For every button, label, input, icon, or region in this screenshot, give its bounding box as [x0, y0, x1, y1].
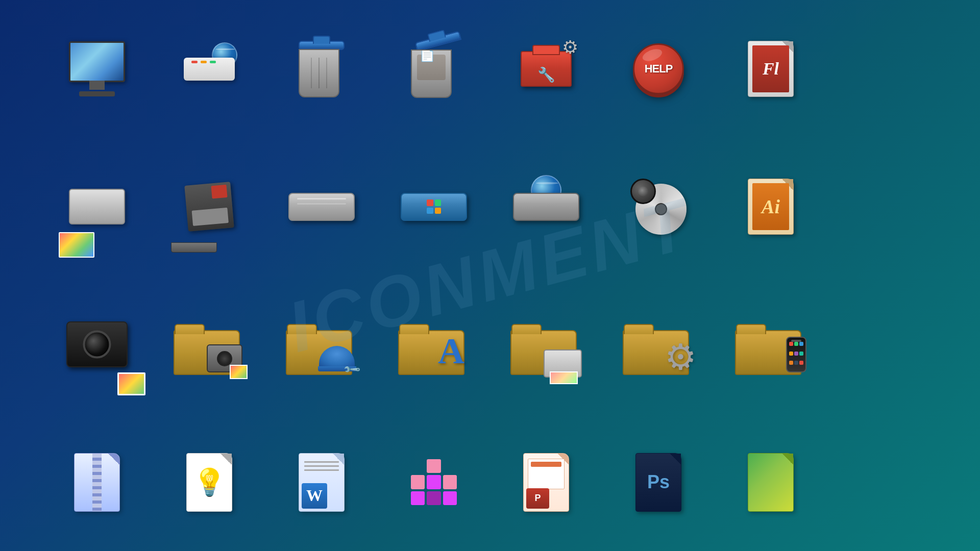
- hd-blue-icon[interactable]: [393, 166, 475, 247]
- router-icon[interactable]: [168, 28, 250, 110]
- blank-2: [842, 166, 924, 247]
- gear-icon: ⚙: [665, 339, 697, 375]
- folder-printer-icon[interactable]: [505, 304, 587, 385]
- ai-label: Ai: [752, 183, 789, 230]
- icon-row-3: 🔧 A ⚙: [0, 276, 980, 413]
- font-letter: A: [438, 330, 464, 372]
- bulb-icon: 💡: [193, 469, 226, 495]
- icon-row-2: Ai: [0, 138, 980, 276]
- printer-icon[interactable]: [56, 166, 138, 247]
- ps-label: Ps: [647, 471, 670, 493]
- cd-speaker-icon[interactable]: [618, 166, 699, 247]
- flash-label: Fl: [752, 45, 789, 92]
- trash-full-icon[interactable]: 📄: [393, 28, 475, 110]
- idea-template-icon[interactable]: 💡: [168, 441, 250, 523]
- photoshop-icon[interactable]: Ps: [618, 441, 699, 523]
- folder-gear-icon[interactable]: ⚙: [618, 304, 699, 385]
- blank-4: [842, 441, 924, 523]
- hd-globe-icon[interactable]: [505, 166, 587, 247]
- hd-silver-icon[interactable]: [281, 166, 362, 247]
- toolbox-icon[interactable]: ⚙ 🔧: [505, 28, 587, 110]
- camera-black-icon[interactable]: [56, 304, 138, 385]
- illustrator-icon[interactable]: Ai: [730, 166, 812, 247]
- folder-phone-icon[interactable]: [730, 304, 812, 385]
- icon-row-1: 📄 ⚙ 🔧 HELP Fl: [0, 0, 980, 138]
- wrench-decoration: 🔧: [537, 66, 555, 83]
- folder-font-icon[interactable]: A: [393, 304, 475, 385]
- floppy-icon[interactable]: [168, 166, 250, 247]
- blank-3: [842, 304, 924, 385]
- powerpoint-icon[interactable]: P: [505, 441, 587, 523]
- ppt-badge: P: [526, 488, 549, 509]
- zip-icon[interactable]: [56, 441, 138, 523]
- icon-row-4: 💡 W: [0, 413, 980, 551]
- gear-decoration: ⚙: [562, 37, 578, 58]
- 3d-blocks-icon[interactable]: [393, 441, 475, 523]
- word-badge: W: [302, 483, 327, 509]
- monitor-icon[interactable]: [56, 28, 138, 110]
- help-icon[interactable]: HELP: [618, 28, 699, 110]
- trash-empty-icon[interactable]: [281, 28, 362, 110]
- folder-camera-icon[interactable]: [168, 304, 250, 385]
- blank-1: [842, 28, 924, 110]
- image-file-icon[interactable]: [730, 441, 812, 523]
- flash-icon[interactable]: Fl: [730, 28, 812, 110]
- folder-hardhat-icon[interactable]: 🔧: [281, 304, 362, 385]
- word-icon[interactable]: W: [281, 441, 362, 523]
